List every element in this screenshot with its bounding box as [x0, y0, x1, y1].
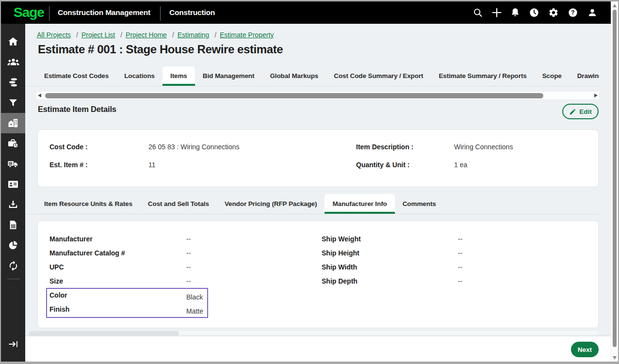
field-value: -- [186, 235, 191, 243]
field-label: Manufacturer Catalog # [49, 249, 125, 257]
scroll-right-arrow-icon[interactable] [594, 94, 598, 97]
field-label: Quantity & Unit : [356, 161, 409, 169]
sidebar-item-sync[interactable] [1, 255, 25, 276]
detail-tabs: Item Resource Units & Rates Cost and Sel… [36, 194, 599, 214]
field-label: Item Description : [356, 143, 413, 151]
scroll-up-arrow-icon[interactable] [613, 4, 617, 7]
page-title: Estimate # 001 : Stage House Rewire esti… [38, 43, 283, 56]
field-label: Manufacturer [49, 235, 93, 243]
field-value: -- [458, 249, 462, 257]
field-value: 1 ea [454, 161, 467, 169]
sidebar-item-import[interactable] [1, 194, 25, 215]
breadcrumb-all-projects[interactable]: All Projects [37, 31, 74, 39]
page-vertical-scrollbar [611, 1, 618, 362]
field-value: -- [186, 249, 191, 257]
tab-drawings[interactable]: Drawings [570, 66, 599, 86]
field-value: -- [458, 235, 462, 243]
sidebar-item-reports[interactable] [1, 215, 25, 235]
edit-button[interactable]: Edit [562, 104, 599, 119]
field-value: -- [458, 277, 462, 285]
add-icon[interactable] [488, 4, 505, 21]
field-label: Cost Code : [49, 143, 88, 151]
field-label: Ship Width [322, 263, 357, 271]
sidebar-item-estimating[interactable] [1, 113, 25, 133]
help-icon[interactable]: ? [564, 4, 582, 21]
account-icon[interactable] [584, 4, 601, 21]
tab-scope[interactable]: Scope [535, 66, 570, 86]
sidebar-item-filter[interactable] [1, 93, 25, 113]
tab-locations[interactable]: Locations [116, 66, 163, 86]
top-app-bar: Sage Construction Management Constructio… [1, 1, 611, 24]
notifications-icon[interactable] [506, 4, 524, 21]
horizontal-scrollbar-thumb[interactable] [29, 331, 179, 335]
tab-bid-management[interactable]: Bid Management [195, 66, 262, 86]
sidebar-item-jobs[interactable] [1, 133, 25, 154]
sidebar-divider [7, 279, 20, 279]
tab-vendor-pricing-rfp-package[interactable]: Vendor Pricing (RFP Package) [217, 194, 325, 214]
sidebar-item-home[interactable] [1, 32, 25, 52]
field-label: Ship Weight [322, 235, 361, 243]
field-label: Est. Item # : [49, 161, 88, 169]
primary-tabs: Estimate Cost Codes Locations Items Bid … [36, 66, 599, 86]
next-button[interactable]: Next [571, 342, 599, 357]
field-label: Ship Depth [322, 277, 358, 285]
field-label: Size [49, 277, 63, 285]
scroll-left-arrow-icon[interactable] [38, 94, 41, 97]
field-value: Wiring Connections [454, 143, 513, 151]
section-title: Estimate Item Details [38, 105, 116, 114]
scroll-down-arrow-icon[interactable] [613, 356, 617, 360]
pencil-icon [569, 108, 576, 115]
product-name[interactable]: Construction Management [58, 1, 150, 24]
tab-estimate-summary-reports[interactable]: Estimate Summary / Reports [431, 66, 534, 86]
field-value: 11 [148, 161, 156, 169]
highlight-box [46, 288, 208, 318]
field-value: -- [186, 277, 191, 285]
search-icon[interactable] [469, 4, 487, 21]
tabs-divider [25, 214, 599, 214]
field-label: UPC [49, 263, 64, 271]
sidebar-item-equipment[interactable] [1, 154, 25, 174]
sage-logo[interactable]: Sage [14, 4, 44, 21]
vertical-scrollbar-thumb[interactable] [613, 10, 617, 347]
left-nav-rail [1, 24, 25, 362]
breadcrumb-estimate-property[interactable]: Estimate Property [220, 31, 277, 39]
panel-horizontal-scrollbar [28, 331, 599, 335]
topbar-divider [160, 6, 161, 21]
field-value: 26 05 83 : Wiring Connections [148, 143, 240, 151]
sidebar-item-financials[interactable] [1, 72, 25, 93]
svg-text:?: ? [571, 9, 574, 16]
tab-cost-code-summary-export[interactable]: Cost Code Summary / Export [326, 66, 431, 86]
manufacturer-info-card: Manufacturer -- Manufacturer Catalog # -… [37, 221, 599, 328]
tab-comments[interactable]: Comments [395, 194, 444, 214]
sidebar-item-people[interactable] [1, 52, 25, 72]
recent-activity-icon[interactable] [525, 4, 543, 21]
tabs-divider [25, 86, 599, 86]
tab-estimate-cost-codes[interactable]: Estimate Cost Codes [36, 66, 116, 86]
breadcrumb-project-list[interactable]: Project List [81, 31, 118, 39]
field-value: -- [458, 263, 462, 271]
breadcrumb-estimating[interactable]: Estimating [178, 31, 212, 39]
tab-manufacturer-info[interactable]: Manufacturer Info [325, 194, 394, 214]
tab-item-resource-units-rates[interactable]: Item Resource Units & Rates [36, 194, 140, 214]
tab-items[interactable]: Items [163, 66, 195, 86]
main-content: All Projects/Project List/Project Home/E… [25, 24, 611, 362]
field-value: -- [186, 263, 191, 271]
sidebar-item-contacts[interactable] [1, 174, 25, 194]
footer-bar: Next [25, 336, 611, 362]
breadcrumb: All Projects/Project List/Project Home/E… [37, 31, 277, 40]
topbar-divider [49, 6, 49, 21]
tabs-horizontal-scrollbar [36, 92, 599, 99]
expand-sidebar-icon[interactable] [1, 334, 25, 354]
tab-global-markups[interactable]: Global Markups [262, 66, 326, 86]
sidebar-item-analytics[interactable] [1, 235, 25, 255]
horizontal-scrollbar-thumb[interactable] [45, 93, 543, 98]
breadcrumb-project-home[interactable]: Project Home [126, 31, 170, 39]
field-label: Ship Height [322, 249, 359, 257]
tab-cost-and-sell-totals[interactable]: Cost and Sell Totals [140, 194, 217, 214]
module-name[interactable]: Construction [169, 1, 215, 24]
settings-icon[interactable] [545, 4, 562, 21]
estimate-item-summary-card: Cost Code : 26 05 83 : Wiring Connection… [37, 129, 599, 187]
